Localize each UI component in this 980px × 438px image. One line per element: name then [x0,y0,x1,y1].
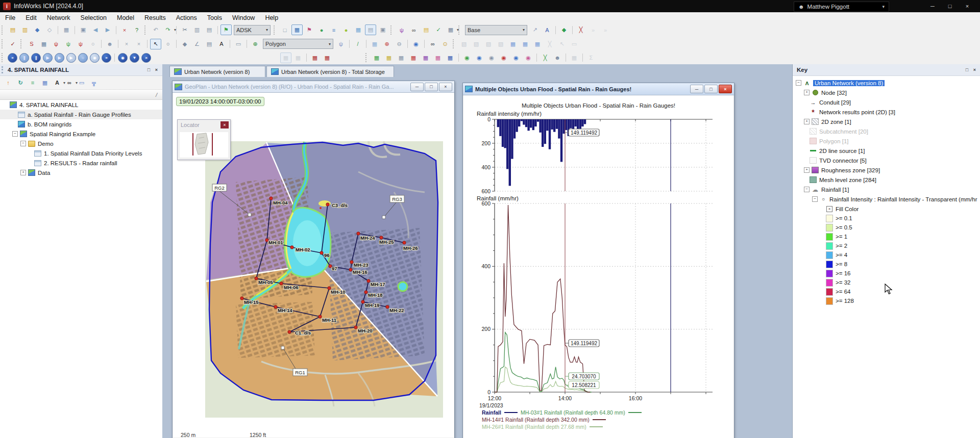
node-MH-17[interactable] [367,279,370,282]
x-green-icon[interactable]: ╳ [540,53,551,63]
geoplan-map[interactable]: MH-04MH-01MH-0296C3_d/sMH-24MH-25MH-26MH… [205,141,443,418]
tab-1[interactable]: Urban Network (version 8) [169,66,265,77]
run-alt-icon[interactable]: » [600,24,611,35]
node-MH-20[interactable] [354,326,357,329]
node-MH-11[interactable] [318,315,322,318]
key-legend-item[interactable]: >= 32 [793,278,980,287]
zoom-in-icon[interactable]: ⊕ [381,39,393,49]
tree-item[interactable]: 2. RESULTS - Radar rainfall [0,158,162,168]
node-MH-22[interactable] [386,305,389,308]
undo-icon[interactable]: ↶ [150,24,161,35]
save-icon[interactable]: ▣ [78,24,89,35]
image-icon[interactable]: ▦ [353,24,364,35]
gauge-marker[interactable] [382,216,385,219]
info-icon[interactable]: ◉ [410,39,422,49]
media-icon[interactable]: ▣ [377,24,388,35]
locator-close-button[interactable]: × [220,121,229,128]
panel-float-button[interactable]: □ [145,66,153,73]
node-C1_d/s[interactable] [288,330,291,333]
gauge-marker[interactable] [248,213,251,216]
circle-grid-red-icon[interactable]: ◉ [498,53,509,63]
layers-icon[interactable]: ≡ [328,24,339,35]
node-MH-26[interactable] [403,241,406,244]
zoom-window-icon[interactable]: ⊙ [439,39,451,49]
menu-tools[interactable]: Tools [202,12,227,23]
tree-item[interactable]: Polygon [1] [793,136,980,146]
node-MH-14[interactable] [274,305,277,308]
menu-file[interactable]: File [0,12,20,23]
lock-icon[interactable]: ◆ [32,24,43,35]
record-button[interactable]: ◉ [90,53,100,63]
branch-icon[interactable]: ψ [335,39,347,49]
window-blue2-icon[interactable]: ▦ [520,39,531,49]
menu-help[interactable]: Help [260,12,283,23]
geoplan-maximize-button[interactable]: □ [425,83,438,91]
open-file-icon[interactable]: ▥ [19,24,31,35]
tree-item[interactable]: −ʌUrban Network (version 8) [793,78,980,88]
expand-icon[interactable]: + [804,119,810,124]
results-icon[interactable]: ▤ [421,24,432,35]
table-icon[interactable]: ▦▾ [445,24,456,35]
window-blue3-icon[interactable]: ▦ [532,39,543,49]
notes-icon[interactable]: ▤ [365,24,376,35]
node-MH-18[interactable] [364,291,368,294]
key-legend-item[interactable]: >= 128 [793,296,980,305]
expand-icon[interactable]: + [804,90,810,95]
panel-close-button[interactable]: × [153,66,160,73]
node-MH-06[interactable] [280,282,283,285]
locator-map[interactable] [180,132,228,158]
node-MH-23[interactable] [350,261,353,264]
node-MH-15[interactable] [240,297,243,300]
menu-results[interactable]: Results [139,12,171,23]
toolbar-grip[interactable] [458,25,462,35]
menu-window[interactable]: Window [227,12,260,23]
cut-icon[interactable]: ✂ [179,24,190,35]
close-replay-button[interactable]: × [141,53,151,63]
copy-icon[interactable]: ▥ [191,24,203,35]
preview-icon[interactable]: ▭ [76,78,87,88]
collapse-icon[interactable]: − [12,131,18,137]
x-dim-icon[interactable]: ╳ [544,39,555,49]
new-file-icon[interactable]: ▤ [7,24,18,35]
key-legend-item[interactable]: >= 2 [793,241,980,250]
validate-network-icon[interactable]: ✓ [7,39,18,49]
paste-icon[interactable]: ▤ [204,24,215,35]
go-up-icon[interactable]: ↑ [3,78,14,88]
node-MH-04[interactable] [270,197,273,200]
graph-canvas[interactable]: Multiple Objects Urban Flood - Spatial R… [463,95,733,438]
step-down-button[interactable]: ▼ [130,53,139,63]
pointer-add-icon[interactable]: ↖ [556,39,568,49]
tree-item[interactable]: +Roughness zone [329] [793,165,980,175]
trace-red-icon[interactable]: ψ [51,39,62,49]
table-dim-a-icon[interactable]: ▦ [280,53,291,63]
user-menu[interactable]: ☻ Matthew Piggott ▾ [794,2,889,12]
tree-item[interactable]: −Spatial Raingrid Example [0,129,162,139]
geoplan-title-bar[interactable]: GeoPlan - Urban Network (version 8) (R/O… [173,81,454,93]
collapse-icon[interactable]: − [804,187,810,192]
chart-plot-area[interactable]: 0200400600600400200012:0014:0016:0019/1/… [463,95,733,438]
toolbar-grip[interactable] [2,39,5,48]
key-legend-item[interactable]: >= 1 [793,232,980,241]
adsk-select[interactable]: ADSK▾ [234,25,271,35]
hierarchy-icon[interactable]: ╦ [88,78,100,88]
circle-grid-blue-icon[interactable]: ◉ [474,53,485,63]
ruler-dim-icon[interactable]: ▭ [569,39,580,49]
clear-selection-icon[interactable]: × [121,39,132,49]
users-icon[interactable]: ☻ [104,39,115,49]
circle-grid-white-icon[interactable]: ◉ [486,53,497,63]
tree-item[interactable]: 4. SPATIAL RAINFALL [0,100,162,110]
panel-grip[interactable] [2,66,5,73]
grid-dot-white-icon[interactable]: ▦ [396,53,407,63]
play-slow-button[interactable]: ▶ [66,53,76,63]
graph-maximize-button[interactable]: □ [704,85,718,93]
circle-grid-blue2-icon[interactable]: ◉ [510,53,522,63]
key-legend-item[interactable]: >= 16 [793,269,980,278]
tree-item[interactable]: Mesh level zone [284] [793,175,980,185]
trace-green-icon[interactable]: ψ [63,39,74,49]
unlock-icon[interactable]: ◇ [44,24,55,35]
data-grid-icon[interactable]: ▦ [38,39,50,49]
node-MH-05[interactable] [255,277,258,280]
maximize-button[interactable]: □ [941,0,959,12]
compare-icon[interactable]: ◆ [558,24,570,35]
validate-icon[interactable]: ⚑ [220,24,232,35]
